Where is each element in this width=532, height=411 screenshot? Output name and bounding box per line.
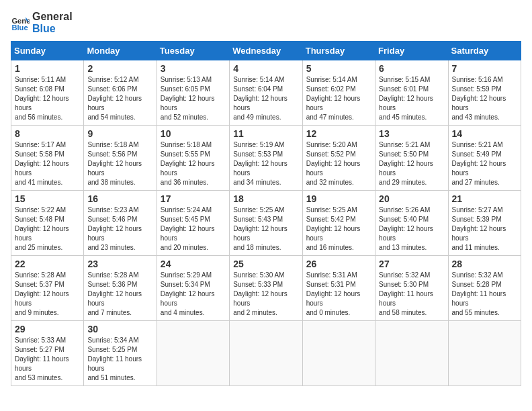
- day-info: Sunrise: 5:13 AMSunset: 6:05 PMDaylight:…: [161, 75, 226, 122]
- day-info: Sunrise: 5:33 AMSunset: 5:27 PMDaylight:…: [15, 336, 80, 383]
- day-number: 26: [306, 259, 371, 269]
- header-wednesday: Wednesday: [230, 42, 302, 60]
- table-row: 8Sunrise: 5:17 AMSunset: 5:58 PMDaylight…: [11, 126, 84, 191]
- day-number: 14: [452, 128, 517, 139]
- table-row: 24Sunrise: 5:29 AMSunset: 5:34 PMDayligh…: [157, 256, 229, 321]
- day-number: 1: [15, 63, 80, 74]
- day-number: 5: [306, 63, 371, 74]
- logo-line1: General: [32, 11, 73, 23]
- day-number: 28: [452, 259, 517, 269]
- day-info: Sunrise: 5:32 AMSunset: 5:28 PMDaylight:…: [452, 271, 517, 318]
- table-row: 6Sunrise: 5:15 AMSunset: 6:01 PMDaylight…: [375, 60, 448, 126]
- day-info: Sunrise: 5:28 AMSunset: 5:36 PMDaylight:…: [87, 271, 152, 318]
- day-info: Sunrise: 5:12 AMSunset: 6:06 PMDaylight:…: [87, 75, 152, 122]
- table-row: 23Sunrise: 5:28 AMSunset: 5:36 PMDayligh…: [84, 256, 157, 321]
- table-row: 20Sunrise: 5:26 AMSunset: 5:40 PMDayligh…: [375, 191, 448, 256]
- day-info: Sunrise: 5:32 AMSunset: 5:30 PMDaylight:…: [379, 271, 444, 318]
- day-info: Sunrise: 5:25 AMSunset: 5:43 PMDaylight:…: [233, 205, 298, 253]
- table-row: 2Sunrise: 5:12 AMSunset: 6:06 PMDaylight…: [84, 60, 157, 126]
- day-number: 22: [15, 259, 80, 269]
- day-number: 7: [452, 63, 517, 74]
- table-row: 3Sunrise: 5:13 AMSunset: 6:05 PMDaylight…: [157, 60, 229, 126]
- logo: General Blue General Blue: [11, 11, 73, 34]
- table-row: 11Sunrise: 5:19 AMSunset: 5:53 PMDayligh…: [230, 126, 302, 191]
- day-info: Sunrise: 5:20 AMSunset: 5:52 PMDaylight:…: [306, 140, 371, 187]
- table-row: 22Sunrise: 5:28 AMSunset: 5:37 PMDayligh…: [11, 256, 84, 321]
- table-row: 18Sunrise: 5:25 AMSunset: 5:43 PMDayligh…: [230, 191, 302, 256]
- table-row: 13Sunrise: 5:21 AMSunset: 5:50 PMDayligh…: [375, 126, 448, 191]
- day-info: Sunrise: 5:21 AMSunset: 5:49 PMDaylight:…: [452, 140, 517, 187]
- calendar-week-row: 15Sunrise: 5:22 AMSunset: 5:48 PMDayligh…: [11, 191, 521, 256]
- day-number: 10: [161, 128, 226, 139]
- day-number: 8: [15, 128, 80, 139]
- day-number: 25: [233, 259, 298, 269]
- day-info: Sunrise: 5:25 AMSunset: 5:42 PMDaylight:…: [306, 205, 371, 253]
- day-number: 9: [87, 128, 152, 139]
- table-row: 25Sunrise: 5:30 AMSunset: 5:33 PMDayligh…: [230, 256, 302, 321]
- table-row: 17Sunrise: 5:24 AMSunset: 5:45 PMDayligh…: [157, 191, 229, 256]
- day-number: 3: [161, 63, 226, 74]
- day-info: Sunrise: 5:29 AMSunset: 5:34 PMDaylight:…: [161, 271, 226, 318]
- day-info: Sunrise: 5:28 AMSunset: 5:37 PMDaylight:…: [15, 271, 80, 318]
- logo-line2: Blue: [32, 23, 73, 35]
- day-number: 4: [233, 63, 298, 74]
- day-number: 11: [233, 128, 298, 139]
- page-header: General Blue General Blue: [11, 11, 521, 34]
- header-saturday: Saturday: [448, 42, 521, 60]
- day-info: Sunrise: 5:11 AMSunset: 6:08 PMDaylight:…: [15, 75, 80, 122]
- day-number: 6: [379, 63, 444, 74]
- table-row: 16Sunrise: 5:23 AMSunset: 5:46 PMDayligh…: [84, 191, 157, 256]
- table-row: 21Sunrise: 5:27 AMSunset: 5:39 PMDayligh…: [448, 191, 521, 256]
- day-number: 21: [452, 193, 517, 204]
- day-info: Sunrise: 5:14 AMSunset: 6:04 PMDaylight:…: [233, 75, 298, 122]
- day-number: 30: [87, 324, 152, 334]
- day-info: Sunrise: 5:26 AMSunset: 5:40 PMDaylight:…: [379, 205, 444, 253]
- table-row: 7Sunrise: 5:16 AMSunset: 5:59 PMDaylight…: [448, 60, 521, 126]
- day-info: Sunrise: 5:17 AMSunset: 5:58 PMDaylight:…: [15, 140, 80, 187]
- day-info: Sunrise: 5:22 AMSunset: 5:48 PMDaylight:…: [15, 205, 80, 253]
- day-number: 20: [379, 193, 444, 204]
- empty-cell: [448, 321, 521, 386]
- day-info: Sunrise: 5:23 AMSunset: 5:46 PMDaylight:…: [87, 205, 152, 253]
- table-row: 4Sunrise: 5:14 AMSunset: 6:04 PMDaylight…: [230, 60, 302, 126]
- calendar-week-row: 29Sunrise: 5:33 AMSunset: 5:27 PMDayligh…: [11, 321, 521, 386]
- day-number: 2: [87, 63, 152, 74]
- day-number: 18: [233, 193, 298, 204]
- weekday-header-row: Sunday Monday Tuesday Wednesday Thursday…: [11, 42, 521, 60]
- day-number: 19: [306, 193, 371, 204]
- day-info: Sunrise: 5:19 AMSunset: 5:53 PMDaylight:…: [233, 140, 298, 187]
- calendar-week-row: 8Sunrise: 5:17 AMSunset: 5:58 PMDaylight…: [11, 126, 521, 191]
- table-row: 14Sunrise: 5:21 AMSunset: 5:49 PMDayligh…: [448, 126, 521, 191]
- day-number: 27: [379, 259, 444, 269]
- table-row: 29Sunrise: 5:33 AMSunset: 5:27 PMDayligh…: [11, 321, 84, 386]
- day-info: Sunrise: 5:24 AMSunset: 5:45 PMDaylight:…: [161, 205, 226, 253]
- header-friday: Friday: [375, 42, 448, 60]
- day-number: 12: [306, 128, 371, 139]
- table-row: 30Sunrise: 5:34 AMSunset: 5:25 PMDayligh…: [84, 321, 157, 386]
- day-number: 15: [15, 193, 80, 204]
- day-info: Sunrise: 5:30 AMSunset: 5:33 PMDaylight:…: [233, 271, 298, 318]
- day-number: 29: [15, 324, 80, 334]
- table-row: 28Sunrise: 5:32 AMSunset: 5:28 PMDayligh…: [448, 256, 521, 321]
- header-sunday: Sunday: [11, 42, 84, 60]
- day-number: 13: [379, 128, 444, 139]
- table-row: 26Sunrise: 5:31 AMSunset: 5:31 PMDayligh…: [302, 256, 375, 321]
- day-info: Sunrise: 5:14 AMSunset: 6:02 PMDaylight:…: [306, 75, 371, 122]
- table-row: 10Sunrise: 5:18 AMSunset: 5:55 PMDayligh…: [157, 126, 229, 191]
- day-info: Sunrise: 5:27 AMSunset: 5:39 PMDaylight:…: [452, 205, 517, 253]
- header-monday: Monday: [84, 42, 157, 60]
- table-row: 5Sunrise: 5:14 AMSunset: 6:02 PMDaylight…: [302, 60, 375, 126]
- day-info: Sunrise: 5:31 AMSunset: 5:31 PMDaylight:…: [306, 271, 371, 318]
- day-info: Sunrise: 5:15 AMSunset: 6:01 PMDaylight:…: [379, 75, 444, 122]
- day-info: Sunrise: 5:18 AMSunset: 5:55 PMDaylight:…: [161, 140, 226, 187]
- table-row: 19Sunrise: 5:25 AMSunset: 5:42 PMDayligh…: [302, 191, 375, 256]
- table-row: 12Sunrise: 5:20 AMSunset: 5:52 PMDayligh…: [302, 126, 375, 191]
- empty-cell: [375, 321, 448, 386]
- logo-icon: General Blue: [11, 13, 30, 32]
- empty-cell: [230, 321, 302, 386]
- empty-cell: [302, 321, 375, 386]
- day-number: 24: [161, 259, 226, 269]
- calendar-week-row: 1Sunrise: 5:11 AMSunset: 6:08 PMDaylight…: [11, 60, 521, 126]
- header-thursday: Thursday: [302, 42, 375, 60]
- empty-cell: [157, 321, 229, 386]
